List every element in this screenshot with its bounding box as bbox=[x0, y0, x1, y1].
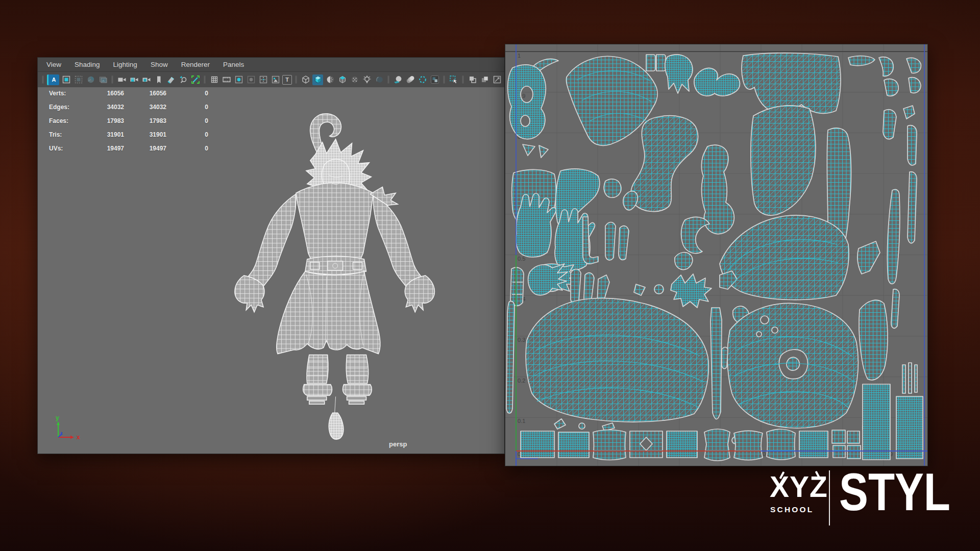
uv-island bbox=[722, 347, 728, 369]
uv-island bbox=[558, 432, 589, 458]
wordmark: STYL bbox=[839, 465, 950, 518]
axis-label-y: y bbox=[56, 414, 59, 421]
toolbar-grip bbox=[462, 76, 464, 84]
material-stripe-icon[interactable] bbox=[325, 74, 335, 85]
toolbar-grip bbox=[42, 76, 44, 84]
uv-island bbox=[704, 429, 730, 461]
uv-island bbox=[579, 423, 585, 429]
axis-label-x: x bbox=[77, 434, 80, 441]
perspective-viewport[interactable]: Verts:16056160560 Edges:34032340320 Face… bbox=[38, 87, 505, 454]
svg-text:1: 1 bbox=[518, 53, 521, 59]
toolbar-grip bbox=[443, 76, 445, 84]
school-label: SCHOOL bbox=[770, 505, 814, 514]
maya-viewport-window: View Shading Lighting Show Renderer Pane… bbox=[37, 57, 505, 454]
multisample-frame-icon[interactable] bbox=[429, 74, 440, 85]
copy-layer-icon[interactable] bbox=[467, 74, 478, 85]
uv-island bbox=[710, 308, 722, 419]
menu-shading[interactable]: Shading bbox=[75, 61, 100, 68]
ambient-occlusion-icon[interactable] bbox=[405, 74, 415, 85]
marquee-select-icon[interactable] bbox=[448, 74, 459, 85]
pan-zoom-tool-icon[interactable] bbox=[178, 74, 188, 85]
menu-show[interactable]: Show bbox=[151, 61, 168, 68]
menu-renderer[interactable]: Renderer bbox=[181, 61, 210, 68]
shaded-mode-icon[interactable] bbox=[312, 74, 323, 85]
uv-island bbox=[521, 431, 554, 458]
axis-label-z: z bbox=[60, 431, 63, 436]
branding-block: XYZ SCHOOL STYL bbox=[764, 468, 978, 535]
grid-toggle-icon[interactable] bbox=[209, 74, 219, 85]
frame-selected-icon[interactable] bbox=[61, 74, 71, 85]
gate-mask-icon[interactable] bbox=[246, 74, 256, 85]
uv-island bbox=[510, 267, 524, 306]
menu-lighting[interactable]: Lighting bbox=[113, 61, 137, 68]
uv-island bbox=[675, 253, 693, 270]
frame-all-icon[interactable] bbox=[73, 74, 84, 85]
uv-island bbox=[654, 285, 664, 294]
uv-island bbox=[571, 269, 581, 304]
resolution-gate-icon[interactable] bbox=[233, 74, 244, 85]
annotate-select-icon[interactable] bbox=[47, 74, 59, 85]
silhouette-dim-icon[interactable] bbox=[374, 74, 384, 85]
text-hud-icon[interactable] bbox=[282, 75, 292, 85]
wireframe-mode-icon[interactable] bbox=[300, 74, 311, 85]
textured-mode-icon[interactable] bbox=[337, 74, 348, 85]
character-wireframe-model[interactable] bbox=[38, 87, 505, 454]
toolbar-grip bbox=[295, 76, 297, 84]
uv-island bbox=[799, 431, 828, 458]
uv-island bbox=[902, 363, 917, 393]
bookmark-icon[interactable] bbox=[153, 74, 164, 85]
motion-blur-icon[interactable] bbox=[417, 74, 428, 85]
image-shape-icon[interactable] bbox=[270, 74, 281, 85]
pie-hud-icon[interactable] bbox=[85, 74, 96, 85]
svg-text:0.2: 0.2 bbox=[518, 378, 525, 384]
uv-island bbox=[767, 429, 795, 460]
paste-layer-icon[interactable] bbox=[479, 74, 490, 85]
uv-island bbox=[667, 431, 697, 458]
panel-toolbar bbox=[38, 72, 504, 88]
isolate-select-icon[interactable] bbox=[492, 74, 502, 85]
toolbar-grip bbox=[387, 76, 389, 84]
uv-island bbox=[859, 300, 888, 380]
uv-island bbox=[593, 430, 626, 460]
uv-island bbox=[665, 55, 693, 93]
uv-canvas[interactable]: 1 0.9 0.8 0.7 0.6 0.5 0.4 0.3 0.2 0.1 0 … bbox=[505, 44, 927, 466]
image-plane-icon[interactable] bbox=[97, 74, 108, 85]
camera-name-label: persp bbox=[389, 440, 407, 448]
uv-island bbox=[604, 179, 621, 197]
svg-text:0.1: 0.1 bbox=[518, 418, 525, 424]
uv-island bbox=[908, 172, 917, 243]
menu-panels[interactable]: Panels bbox=[223, 61, 244, 68]
uv-island bbox=[863, 384, 890, 460]
toolbar-grip bbox=[111, 76, 113, 84]
pencil-context-icon[interactable] bbox=[190, 74, 201, 85]
uv-island bbox=[605, 222, 616, 260]
camera-select-icon[interactable] bbox=[116, 74, 127, 85]
camera-attributes-icon[interactable] bbox=[141, 74, 152, 85]
logo-divider bbox=[829, 470, 830, 525]
menu-view[interactable]: View bbox=[46, 61, 61, 68]
uv-editor-window: 1 0.9 0.8 0.7 0.6 0.5 0.4 0.3 0.2 0.1 0 … bbox=[505, 44, 928, 466]
dotted-sphere-icon[interactable] bbox=[349, 74, 360, 85]
shadows-icon[interactable] bbox=[393, 74, 403, 85]
axis-gizmo: y x z bbox=[50, 414, 86, 446]
uv-island bbox=[734, 431, 763, 460]
camera-lock-icon[interactable] bbox=[129, 74, 139, 85]
erase-icon[interactable] bbox=[165, 74, 176, 85]
svg-text:0.3: 0.3 bbox=[518, 337, 525, 343]
uv-island bbox=[787, 357, 799, 370]
uv-island bbox=[908, 126, 917, 165]
film-gate-icon[interactable] bbox=[221, 74, 232, 85]
xyz-logo: XYZ bbox=[770, 472, 828, 502]
svg-text:0.5: 0.5 bbox=[518, 256, 525, 262]
default-lighting-icon[interactable] bbox=[361, 74, 372, 85]
field-chart-icon[interactable] bbox=[258, 74, 268, 85]
uv-island bbox=[896, 396, 923, 459]
toolbar-grip bbox=[204, 76, 206, 84]
panel-menubar: View Shading Lighting Show Renderer Pane… bbox=[38, 58, 504, 72]
